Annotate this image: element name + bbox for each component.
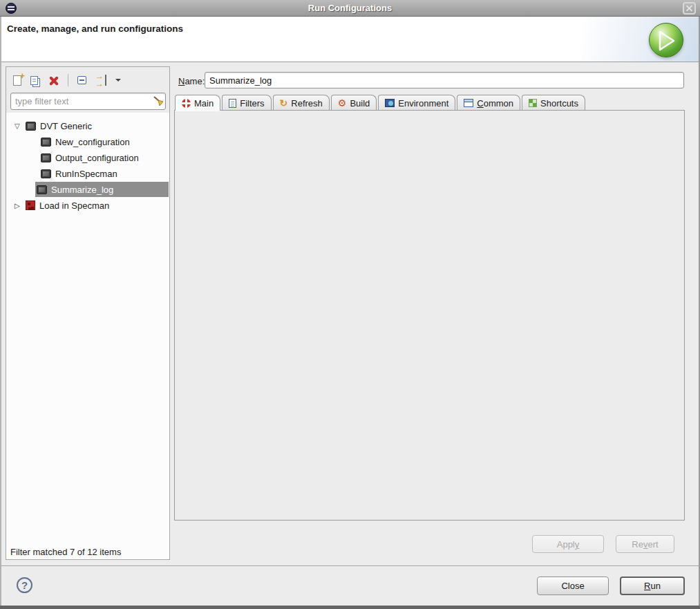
run-config-icon xyxy=(41,169,51,178)
tab-common[interactable]: Common xyxy=(457,95,520,111)
window-menu-icon[interactable] xyxy=(6,3,17,14)
tab-main[interactable]: Main xyxy=(175,95,220,111)
revert-button: Revert xyxy=(616,535,674,553)
help-icon[interactable]: ? xyxy=(17,577,32,593)
build-tab-icon xyxy=(338,97,347,109)
toolbar-separator xyxy=(68,74,68,86)
new-configuration-icon[interactable] xyxy=(13,75,21,86)
window-bottom-edge xyxy=(0,606,700,609)
delete-configuration-icon[interactable] xyxy=(49,75,59,85)
filter-configurations-icon[interactable] xyxy=(95,75,106,86)
dialog-header: Create, manage, and run configurations xyxy=(1,17,699,62)
common-tab-icon xyxy=(464,99,473,107)
tree-item-new-configuration[interactable]: New_configuration xyxy=(41,134,130,149)
main-tab-icon xyxy=(182,99,191,108)
toolbar-menu-chevron-icon[interactable] xyxy=(115,79,121,84)
expander-open-icon[interactable]: ▽ xyxy=(15,122,21,130)
filter-status-text: Filter matched 7 of 12 items xyxy=(10,547,121,557)
tree-item-dvt-generic[interactable]: ▽ DVT Generic xyxy=(15,118,92,133)
duplicate-configuration-icon[interactable] xyxy=(30,76,38,85)
tree-item-load-in-specman[interactable]: ▷ Load in Specman xyxy=(15,198,109,213)
refresh-tab-icon xyxy=(280,97,288,109)
filter-input[interactable] xyxy=(10,93,166,110)
close-button[interactable]: Close xyxy=(537,577,609,595)
environment-tab-icon xyxy=(385,99,395,107)
run-config-icon xyxy=(41,138,51,147)
window-left-edge xyxy=(0,17,1,609)
name-label: Name: xyxy=(178,76,205,86)
window-title: Run Configurations xyxy=(0,3,700,13)
run-orb-icon xyxy=(649,23,683,57)
dialog-message: Create, manage, and run configurations xyxy=(7,24,183,34)
run-config-icon xyxy=(37,185,47,194)
tree-item-summarize-log-selected[interactable]: Summarize_log xyxy=(35,182,169,197)
tree-item-output-configuration[interactable]: Output_configuration xyxy=(41,150,139,165)
apply-button: Apply xyxy=(532,535,604,553)
run-configurations-dialog: Run Configurations Create, manage, and r… xyxy=(0,0,700,609)
window-close-icon[interactable] xyxy=(683,2,696,15)
run-config-icon xyxy=(26,122,36,131)
main-tab-content xyxy=(174,110,685,521)
tree-item-runinspecman[interactable]: RunInSpecman xyxy=(41,166,117,181)
collapse-all-icon[interactable] xyxy=(77,76,86,84)
tab-shortcuts[interactable]: Shortcuts xyxy=(522,95,585,111)
run-button[interactable]: Run xyxy=(620,577,685,595)
titlebar: Run Configurations xyxy=(0,0,700,17)
configurations-panel: ▽ DVT Generic New_configuration Output_c… xyxy=(6,66,170,560)
configurations-toolbar xyxy=(13,73,121,87)
tab-refresh[interactable]: Refresh xyxy=(273,95,330,111)
shortcuts-tab-icon xyxy=(529,99,537,107)
run-config-icon xyxy=(41,153,51,162)
specman-icon xyxy=(26,200,35,210)
expander-closed-icon[interactable]: ▷ xyxy=(15,202,21,209)
tab-filters[interactable]: Filters xyxy=(222,95,271,111)
tab-environment[interactable]: Environment xyxy=(378,95,455,111)
config-tab-bar: Main Filters Refresh Build Environment C… xyxy=(175,95,585,111)
tab-build[interactable]: Build xyxy=(331,95,377,111)
clear-filter-broom-icon[interactable] xyxy=(153,95,164,106)
filters-tab-icon xyxy=(229,99,236,108)
name-input[interactable] xyxy=(205,72,684,88)
